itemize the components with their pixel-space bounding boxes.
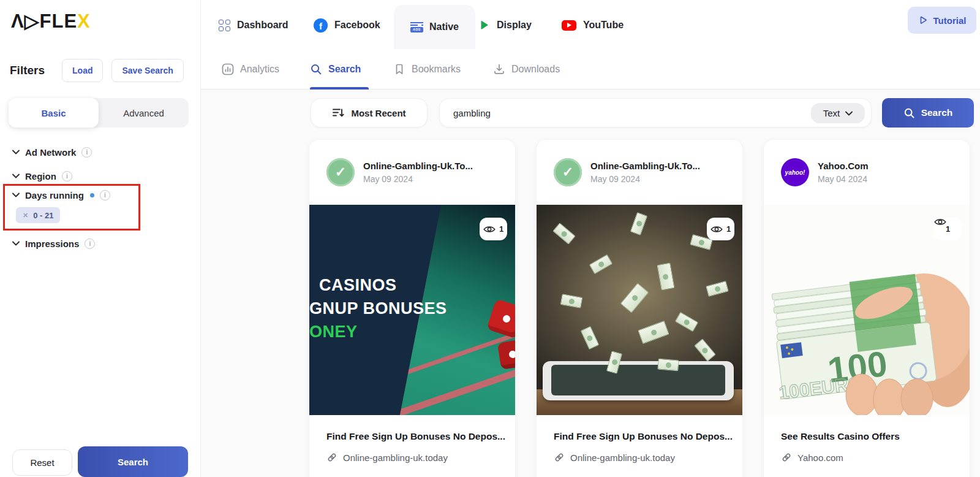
- sort-most-recent-button[interactable]: Most Recent: [311, 98, 428, 128]
- download-icon: [493, 63, 505, 75]
- creative-overlay-text: CASINOS GNUP BONUSES ONEY: [309, 273, 447, 343]
- money-bill: [552, 223, 576, 245]
- money-bill: [560, 294, 583, 308]
- filter-mode-tabs: Basic Advanced: [9, 98, 189, 128]
- filter-region[interactable]: Region i: [12, 169, 72, 183]
- tab-search[interactable]: Search: [310, 62, 361, 77]
- ad-creative-image[interactable]: CASINOS GNUP BONUSES ONEY 1: [309, 205, 515, 415]
- logo-accent-x: X: [77, 10, 91, 32]
- tutorial-button[interactable]: Tutorial: [908, 7, 976, 34]
- filter-ad-network[interactable]: Ad Network i: [12, 145, 92, 159]
- tab-basic[interactable]: Basic: [9, 98, 99, 128]
- ad-date: May 09 2024: [590, 174, 700, 184]
- views-badge: 1: [707, 218, 734, 240]
- load-button[interactable]: Load: [62, 59, 103, 82]
- play-outline-icon: [918, 15, 928, 25]
- tab-bookmarks[interactable]: Bookmarks: [393, 62, 461, 77]
- money-bill: [694, 338, 716, 362]
- views-badge: 1: [480, 218, 507, 240]
- search-input[interactable]: [440, 99, 795, 127]
- link-icon: [781, 452, 792, 463]
- ad-creative-image[interactable]: 1: [537, 205, 742, 415]
- top-navigation: Dashboard Facebook ADS Native Display Yo…: [201, 0, 980, 49]
- ad-domain-row[interactable]: Online-gambling-uk.today: [326, 452, 498, 463]
- sub-navigation: Analytics Search Bookmarks Downloads: [201, 49, 980, 90]
- views-count: 1: [726, 224, 731, 234]
- money-bill: [657, 359, 679, 372]
- ad-domain-row[interactable]: Yahoo.com: [781, 452, 952, 463]
- tab-downloads[interactable]: Downloads: [493, 62, 560, 77]
- chevron-down-icon[interactable]: [12, 174, 20, 178]
- search-type-dropdown[interactable]: Text: [811, 103, 865, 123]
- logo-text: Λ▷FLE: [11, 10, 77, 32]
- tab-native[interactable]: ADS Native: [394, 5, 475, 49]
- link-icon: [326, 452, 337, 463]
- filters-title: Filters: [10, 64, 45, 77]
- search-icon: [903, 107, 915, 119]
- tab-facebook[interactable]: Facebook: [314, 18, 380, 32]
- filter-label: Ad Network: [25, 147, 76, 158]
- money-bill: [620, 283, 649, 313]
- ad-creative-image[interactable]: 100 100EURO 1: [764, 205, 970, 415]
- filter-impressions[interactable]: Impressions i: [12, 237, 95, 250]
- ad-card[interactable]: yahoo! Yahoo.Com May 04 2024: [764, 140, 970, 477]
- ad-title: Find Free Sign Up Bonuses No Depos...: [554, 431, 725, 442]
- save-search-button[interactable]: Save Search: [111, 59, 183, 82]
- ad-card[interactable]: ✓ Online-Gambling-Uk.To... May 09 2024 1: [537, 140, 742, 477]
- ad-domain-row[interactable]: Online-gambling-uk.today: [554, 452, 725, 463]
- tab-dashboard[interactable]: Dashboard: [219, 18, 288, 32]
- ad-date: May 04 2024: [818, 174, 869, 184]
- advertiser-name: Online-Gambling-Uk.To...: [590, 161, 700, 171]
- reset-button[interactable]: Reset: [12, 449, 72, 476]
- verified-seal-avatar: ✓: [326, 158, 355, 186]
- views-badge: 1: [934, 218, 962, 240]
- ad-title: Find Free Sign Up Bonuses No Depos...: [326, 431, 498, 442]
- ad-card[interactable]: ✓ Online-Gambling-Uk.To... May 09 2024 C…: [309, 140, 515, 477]
- facebook-icon: [314, 18, 328, 32]
- ad-card-header: ✓ Online-Gambling-Uk.To... May 09 2024: [537, 140, 742, 205]
- verified-seal-avatar: ✓: [554, 158, 582, 186]
- ad-domain: Online-gambling-uk.today: [343, 452, 448, 463]
- money-bill: [657, 262, 675, 290]
- ad-date: May 09 2024: [363, 174, 473, 184]
- adflex-logo: Λ▷FLEX: [11, 10, 91, 32]
- analytics-icon: [222, 63, 234, 75]
- dice-graphic: [486, 299, 515, 339]
- ad-card-header: ✓ Online-Gambling-Uk.To... May 09 2024: [309, 140, 515, 205]
- sidebar: Λ▷FLEX Filters Load Save Search Basic Ad…: [0, 0, 201, 477]
- ad-title: See Results Casino Offers: [781, 431, 952, 442]
- chevron-down-icon[interactable]: [12, 150, 20, 155]
- tab-analytics[interactable]: Analytics: [222, 62, 279, 77]
- money-bill: [589, 254, 612, 275]
- filter-label: Region: [25, 171, 56, 181]
- results-area: Most Recent Text Search ✓ Online-Gamblin…: [201, 90, 980, 477]
- tab-display[interactable]: Display: [478, 18, 532, 32]
- ad-card-header: yahoo! Yahoo.Com May 04 2024: [764, 140, 970, 205]
- eye-icon: [934, 218, 946, 226]
- info-icon[interactable]: i: [62, 171, 72, 181]
- money-bill: [706, 281, 729, 297]
- search-input-container: Text: [439, 98, 872, 128]
- info-icon[interactable]: i: [81, 147, 92, 158]
- money-bill: [675, 312, 698, 332]
- filter-label: Impressions: [25, 238, 79, 249]
- filters-header: Filters Load Save Search: [10, 59, 190, 82]
- native-ads-icon: ADS: [410, 22, 423, 32]
- advertiser-name: Yahoo.Com: [818, 161, 869, 171]
- search-button[interactable]: Search: [882, 98, 974, 128]
- tab-youtube[interactable]: YouTube: [562, 18, 624, 32]
- views-count: 1: [499, 224, 503, 234]
- tab-advanced[interactable]: Advanced: [99, 98, 189, 128]
- eye-icon: [483, 225, 496, 234]
- sidebar-search-button[interactable]: Search: [78, 446, 188, 477]
- dashboard-grid-icon: [219, 20, 230, 31]
- sort-icon: [332, 107, 344, 118]
- money-bill: [638, 321, 669, 344]
- chevron-down-icon[interactable]: [12, 241, 20, 246]
- display-play-icon: [478, 19, 490, 31]
- yahoo-avatar: yahoo!: [781, 158, 809, 186]
- advertiser-name: Online-Gambling-Uk.To...: [363, 161, 473, 171]
- link-icon: [554, 452, 565, 463]
- info-icon[interactable]: i: [85, 238, 95, 249]
- bookmark-icon: [393, 63, 405, 75]
